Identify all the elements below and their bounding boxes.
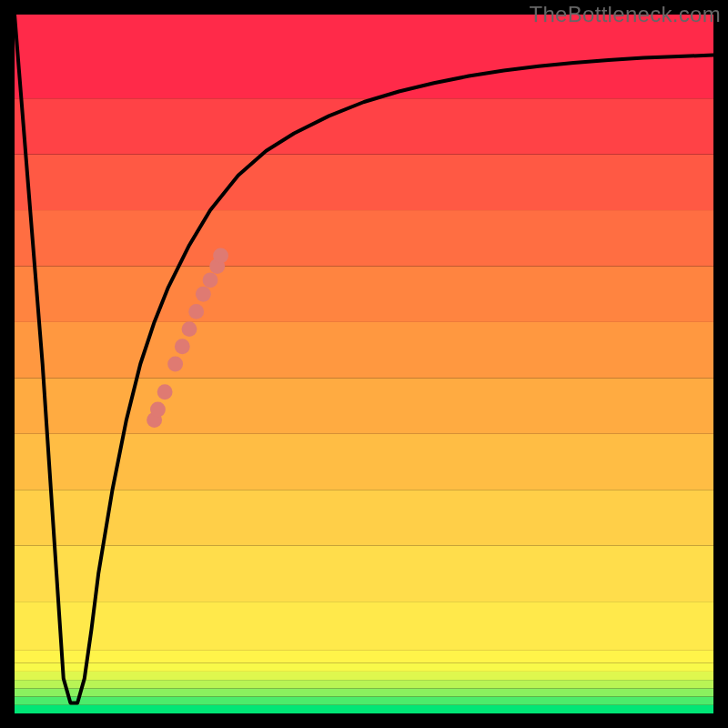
gradient-band (15, 688, 713, 696)
data-point (203, 272, 218, 288)
plot-area (15, 15, 713, 713)
data-point (157, 384, 173, 399)
data-point (213, 248, 228, 264)
gradient-band (15, 697, 713, 705)
gradient-band (15, 210, 713, 266)
gradient-band (15, 672, 713, 680)
gradient-band (15, 378, 713, 433)
gradient-band (15, 651, 713, 663)
bottleneck-chart (15, 15, 713, 713)
gradient-band (15, 490, 713, 545)
data-point (175, 339, 190, 354)
data-point (182, 321, 197, 337)
credit-label: TheBottleneck.com (529, 2, 721, 27)
chart-frame: TheBottleneck.com (0, 0, 728, 728)
gradient-band (15, 155, 713, 210)
gradient-band (15, 680, 713, 688)
data-point (150, 401, 166, 417)
gradient-band (15, 663, 713, 672)
gradient-band (15, 322, 713, 378)
gradient-band (15, 266, 713, 321)
data-point (196, 287, 211, 302)
data-point (188, 304, 204, 319)
data-point (167, 357, 183, 372)
gradient-band (15, 705, 713, 713)
gradient-band (15, 98, 713, 154)
gradient-band (15, 602, 713, 651)
gradient-band (15, 546, 713, 602)
